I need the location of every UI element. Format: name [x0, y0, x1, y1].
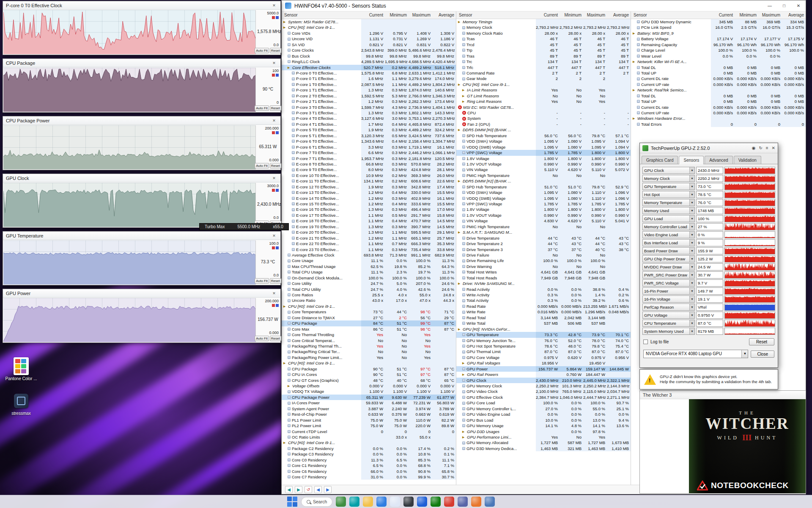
sensor-group-row[interactable]: ▶System: MSI Raider GE78...: [282, 19, 456, 25]
expand-arrow-icon[interactable]: ▶: [458, 281, 461, 286]
reset-values-icon[interactable]: ↺: [304, 486, 312, 493]
gpuz-sensor-select[interactable]: Memory Controller Load▼: [642, 223, 695, 230]
sensor-row[interactable]: GPU Core Voltage0.975 V0.620 V0.975 V0.9…: [456, 355, 631, 360]
sensor-row[interactable]: P-core 7 T1 Effective...1,953.7 MHz0.3 M…: [282, 156, 456, 161]
sensor-row[interactable]: ✕System----: [456, 116, 631, 121]
sensor-row[interactable]: Wear Level0.0 %0.0 %0.0 %: [631, 53, 806, 59]
sensor-group-row[interactable]: ▶Ring Limit ReasonsYesNoYes: [456, 99, 631, 104]
xbox-app-icon[interactable]: [431, 497, 441, 507]
expand-arrow-icon[interactable]: ▶: [288, 383, 291, 389]
sensor-row[interactable]: Core Critical Temperat...NoNoNo: [282, 338, 456, 343]
gpuz-sensor-select[interactable]: PWR_SRC Power Draw▼: [642, 271, 695, 279]
sensor-row[interactable]: PMIC High TemperatureNoNoNo: [456, 173, 631, 178]
sensor-row[interactable]: Package/Ring Critical Ter...NoNoNo: [282, 349, 456, 354]
sensor-row[interactable]: Total UP0 MB0 MB0 MB0 MB: [631, 99, 806, 104]
sensor-group-row[interactable]: ▶GPU D3D Usages0.0 %97.8 %: [456, 429, 631, 434]
sensor-row[interactable]: Drive Temperature44 °C43 °C44 °C43 °C: [456, 235, 631, 241]
sensor-row[interactable]: VDDQ TX Voltage1.100 V1.100 V1.100 V1.10…: [282, 389, 456, 394]
terminal-app-icon[interactable]: [403, 497, 414, 507]
sensor-group-row[interactable]: ▶GT Limit ReasonsNoNoNo: [456, 93, 631, 99]
reset-button[interactable]: Reset: [270, 278, 281, 284]
sensor-row[interactable]: E-core 8 T0 Effective...66.8 MHz0.3 MHz5…: [282, 161, 456, 167]
tab-sensors[interactable]: Sensors: [679, 156, 704, 164]
expand-arrow-icon[interactable]: ▶: [458, 178, 461, 184]
minimize-button[interactable]: —: [763, 0, 777, 11]
sensor-row[interactable]: Current DL rate0.000 KB/s0.000 KB/s0.000…: [631, 105, 806, 110]
expand-arrow-icon[interactable]: ▶: [462, 360, 466, 366]
auto-fit-button[interactable]: Auto Fit: [255, 48, 269, 53]
sensor-row[interactable]: OC Ratio Limits33.0 x55.0 x: [282, 434, 456, 440]
sensor-row[interactable]: Current UP rate0.000 KB/s0.000 KB/s0.000…: [631, 110, 806, 116]
gpuz-sensor-select[interactable]: Memory Temperature▼: [642, 199, 695, 206]
sensor-row[interactable]: Core C7 Residency31.0 %0.0 %99.9 %30.7 %: [282, 474, 456, 480]
scroll-right-icon[interactable]: ▶: [295, 486, 302, 493]
sensor-row[interactable]: Current DL rate0.000 KB/s0.000 KB/s0.000…: [631, 76, 806, 81]
gpuz-sensor-select[interactable]: GPU Voltage▼: [642, 312, 695, 319]
edge-browser-icon[interactable]: [376, 497, 387, 507]
expand-arrow-icon[interactable]: ▶: [283, 304, 287, 309]
sensor-row[interactable]: GPU D3D Memory Dynamic345 MB88 MB369 MB3…: [631, 19, 806, 25]
sensor-row[interactable]: Command Rate2 T2 T2 T2 T: [456, 70, 631, 76]
sensor-row[interactable]: Total Activity0.3 %0.0 %39.2 %0.6 %: [456, 298, 631, 303]
sensor-row[interactable]: Core Clocks2,543.8 MHz399.0 MHz5,486.6 M…: [282, 47, 456, 53]
sensor-row[interactable]: PL2 Power Limit75.0 W75.0 W220.0 W89.8 W: [282, 423, 456, 428]
sensor-row[interactable]: System Agent Power3.887 W2.240 W3.974 W3…: [282, 406, 456, 411]
sensor-row[interactable]: P-core 2 T0 Effective...1,592.5 MHz5.3 M…: [282, 93, 456, 99]
sensor-group-row[interactable]: ▶GPU Performance Limi...YesNoYes: [456, 434, 631, 440]
sensor-row[interactable]: GPU Power156.737 W5.864 W159.147 W144.84…: [456, 366, 631, 372]
sensor-row[interactable]: GPU Video Engine Load0.0 %0.0 %0.0 %0.0 …: [456, 411, 631, 417]
sensor-row[interactable]: E-core 15 T0 Effective...1.2 MHz0.4 MHz3…: [282, 201, 456, 207]
sensor-row[interactable]: Core C1 Residency6.5 %0.0 %68.8 %7.1 %: [282, 463, 456, 468]
gpuz-sensor-select[interactable]: PWR_SRC Voltage▼: [642, 279, 695, 287]
sensor-row[interactable]: Total Host Reads7,949 GB7,948 GB7,948 GB: [456, 275, 631, 281]
close-icon[interactable]: ✕: [271, 3, 277, 8]
sensor-group-row[interactable]: ▶S.M.A.R.T.: SAMSUNG M...: [456, 229, 631, 235]
red-app-icon[interactable]: [444, 497, 454, 507]
sensor-group-row[interactable]: ▶GPU Rail Voltages18.956 V19.450 V: [456, 360, 631, 366]
sensor-row[interactable]: Core Utility24.7 %5.0 %207.0 %24.6 %: [282, 281, 456, 286]
sensor-row[interactable]: P-core 5 T1 Effective...3,120.3 MHz0.5 M…: [282, 133, 456, 138]
sensor-row[interactable]: 1.8V Voltage1.800 V1.800 V1.800 V1.800 V: [456, 207, 631, 212]
expand-arrow-icon[interactable]: ▶: [633, 116, 636, 121]
sensor-group-row[interactable]: ▶DDR5 DIMM [#2] (BANK ...: [456, 178, 631, 184]
sensor-row[interactable]: Current UP rate0.000 KB/s0.000 KB/s0.000…: [631, 82, 806, 87]
sensor-row[interactable]: Read Total3,144 MB2,042 MB3,144 MB: [456, 315, 631, 320]
expand-arrow-icon[interactable]: ▶: [462, 87, 466, 93]
sensor-row[interactable]: VDD (SWA) Voltage1.095 V1.080 V1.095 V1.…: [456, 138, 631, 144]
sensor-row[interactable]: Trfc447 T447 T447 T447 T: [456, 65, 631, 70]
graph-window-titlebar[interactable]: P-core 0 T0 Effective Clock✕: [3, 1, 280, 10]
sensor-row[interactable]: Core Thermal ThrottlingYesNoYes: [282, 332, 456, 337]
sensor-row[interactable]: GPU Temperature73.3 °C42.8 °C73.9 °C70.1…: [456, 332, 631, 337]
sensor-group-row[interactable]: ▶Battery: MSI BIF0_9: [631, 30, 806, 36]
sensor-row[interactable]: Core C6 Residency66.0 %0.0 %90.8 %65.8 %: [282, 469, 456, 474]
sensor-group-row[interactable]: ▶CPU [#0]: Intel Core i9-1...: [282, 304, 456, 309]
close-button[interactable]: Close: [751, 351, 774, 358]
sensor-row[interactable]: GPU Bus Load10.0 %0.0 %13.0 %9.4 %: [456, 417, 631, 423]
sensor-row[interactable]: P-core 2 T1 Effective...1.2 MHz0.3 MHz2,…: [282, 99, 456, 104]
sensor-row[interactable]: Core C0 Residency11.3 %6.5 %85.3 %11.1 %: [282, 457, 456, 463]
sensor-row[interactable]: Tras89 T89 T89 T89 T: [456, 53, 631, 59]
sensor-row[interactable]: Total CPU Usage11.1 %2.3 %19.7 %11.3 %: [282, 269, 456, 275]
sensor-row[interactable]: Trcd45 T45 T45 T45 T: [456, 42, 631, 47]
sensor-group-row[interactable]: ▶CPU [#0]: Intel Core i9-1...: [282, 360, 456, 366]
sensor-group-row[interactable]: ▶IA Limit ReasonsYesNoYes: [456, 87, 631, 93]
sensor-row[interactable]: GPU Memory Allocated1,727 MB587 MB1,727 …: [456, 440, 631, 445]
sensor-row[interactable]: PMIC High TemperatureNoNoNo: [456, 224, 631, 229]
sensor-row[interactable]: VDD (SWA) Voltage1.095 V1.080 V1.110 V1.…: [456, 190, 631, 195]
expand-arrow-icon[interactable]: ▶: [462, 93, 466, 99]
gpuz-sensor-select[interactable]: Video Engine Load▼: [642, 231, 695, 238]
expand-arrow-icon[interactable]: ▶: [283, 19, 287, 25]
sensor-row[interactable]: Gear Mode222: [456, 76, 631, 81]
sensor-row[interactable]: E-core 18 T0 Effective...1.1 MHz0.4 MHz4…: [282, 218, 456, 224]
close-icon[interactable]: ✕: [271, 291, 277, 295]
expand-arrow-icon[interactable]: ▶: [283, 25, 287, 30]
gpuz-sensor-select[interactable]: Memory Used▼: [642, 207, 695, 214]
store-app-icon[interactable]: [390, 497, 400, 507]
close-icon[interactable]: ✕: [772, 146, 775, 150]
sensor-row[interactable]: Uncore VID1.131 V0.731 V1.269 V1.186 V: [282, 36, 456, 41]
gpuz-sensor-select[interactable]: GPU Load▼: [642, 215, 695, 222]
sensor-row[interactable]: Total CPU Utility24.7 %4.0 %42.6 %24.6 %: [282, 287, 456, 292]
sensor-row[interactable]: E-core 20 T0 Effective...1.3 MHz1.1 MHz5…: [282, 229, 456, 235]
auto-fit-button[interactable]: Auto Fit: [255, 163, 269, 168]
log-to-file-checkbox[interactable]: [643, 340, 648, 344]
